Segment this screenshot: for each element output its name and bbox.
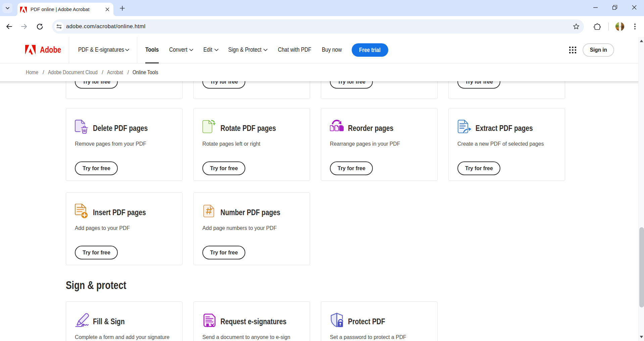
page: Try for freeTry for freeTry for freeTry … (0, 37, 644, 341)
card-description: Set a password to protect a PDF (330, 334, 406, 340)
scroll-down-arrow[interactable] (640, 336, 643, 338)
reload-button[interactable] (32, 19, 46, 34)
tool-card-request-e-signatures: Request e-signaturesSend a document to a… (193, 301, 310, 341)
breadcrumb-separator: / (128, 69, 129, 76)
restore-icon (612, 5, 617, 10)
try-for-free-button[interactable]: Try for free (75, 161, 118, 175)
scrollbar[interactable] (638, 37, 644, 341)
adobe-favicon (20, 7, 27, 13)
browser-toolbar: adobe.com/acrobat/online.html F (0, 16, 644, 37)
tune-icon (56, 24, 62, 29)
breadcrumb-item-online-tools[interactable]: Online Tools (133, 69, 158, 76)
app-menu-pdf-esignatures[interactable]: PDF & E-signatures (78, 37, 129, 63)
address-bar[interactable]: adobe.com/acrobat/online.html (52, 19, 584, 34)
tool-card-insert-pdf-pages: Insert PDF pagesAdd pages to your PDFTry… (66, 192, 183, 265)
try-for-free-button[interactable]: Try for free (202, 161, 245, 175)
profile-avatar[interactable]: F (615, 22, 624, 31)
tool-card-reorder-pages: Reorder pagesRearrange pages in your PDF… (321, 108, 438, 181)
app-grid-icon[interactable] (569, 47, 576, 53)
breadcrumb: Home/Adobe Document Cloud/Acrobat/Online… (26, 63, 158, 82)
tool-card-extract-pdf-pages: Extract PDF pagesCreate a new PDF of sel… (448, 108, 565, 181)
browser-menu-button[interactable] (632, 22, 638, 31)
protect-pdf-icon (330, 313, 345, 328)
scroll-up-arrow[interactable] (640, 40, 643, 42)
site-header: Adobe PDF & E-signatures ToolsConvertEdi… (0, 37, 644, 63)
bookmark-star-button[interactable] (573, 23, 580, 30)
scrollbar-thumb[interactable] (639, 227, 644, 307)
rotate-pdf-icon (202, 119, 217, 134)
tool-card-number-pdf-pages: Number PDF pagesAdd page numbers to your… (193, 192, 310, 265)
nav-item-chat-with-pdf[interactable]: Chat with PDF (278, 37, 311, 63)
extract-pdf-icon (457, 119, 472, 134)
number-pdf-icon (202, 204, 217, 218)
section-heading-sign-protect: Sign & protect (66, 279, 126, 292)
card-title: Request e-signatures (220, 317, 286, 326)
card-title: Reorder pages (348, 124, 393, 133)
extensions-button[interactable] (593, 23, 601, 30)
card-description: Remove pages from your PDF (75, 141, 146, 147)
forward-arrow-icon (20, 23, 28, 30)
site-settings-button[interactable] (54, 22, 64, 31)
url-text[interactable]: adobe.com/acrobat/online.html (66, 19, 146, 34)
card-title: Delete PDF pages (93, 124, 148, 133)
chevron-down-icon (5, 6, 10, 10)
window-minimize-button[interactable] (586, 0, 605, 15)
chevron-down-icon (189, 49, 193, 51)
nav-item-convert[interactable]: Convert (169, 37, 193, 63)
header-divider (137, 37, 137, 63)
browser-tab[interactable]: PDF online | Adobe Acrobat (17, 3, 113, 16)
try-for-free-button[interactable]: Try for free (75, 246, 118, 259)
window-restore-button[interactable] (605, 0, 625, 15)
forward-button[interactable] (17, 19, 31, 34)
tab-close-button[interactable] (104, 6, 111, 13)
tool-card-fill-sign: Fill & SignComplete a form and add your … (66, 301, 183, 341)
tool-card-protect-pdf: Protect PDFSet a password to protect a P… (321, 301, 438, 341)
close-icon (105, 7, 109, 11)
breadcrumb-item-acrobat[interactable]: Acrobat (107, 69, 123, 76)
three-dot-menu-icon (632, 22, 638, 31)
card-title: Fill & Sign (93, 317, 125, 326)
card-description: Complete a form and add your signature (75, 334, 169, 340)
window-close-button[interactable] (625, 0, 644, 15)
card-title: Insert PDF pages (93, 208, 146, 217)
request-esign-icon (202, 313, 217, 328)
insert-pdf-icon (75, 204, 90, 218)
close-icon (632, 5, 637, 10)
nav-item-edit[interactable]: Edit (203, 37, 218, 63)
minimize-icon (593, 5, 598, 10)
window-controls (586, 0, 644, 16)
card-title: Extract PDF pages (476, 124, 533, 133)
free-trial-button[interactable]: Free trial (352, 43, 388, 57)
nav-item-tools[interactable]: Tools (145, 37, 159, 63)
header-shadow (0, 81, 644, 84)
fill-sign-icon (75, 313, 90, 328)
back-button[interactable] (2, 19, 16, 34)
reorder-pages-icon (330, 119, 345, 134)
try-for-free-button[interactable]: Try for free (202, 246, 245, 259)
card-title: Number PDF pages (220, 208, 280, 217)
chevron-down-icon (125, 49, 129, 51)
card-title: Rotate PDF pages (220, 124, 276, 133)
try-for-free-button[interactable]: Try for free (330, 161, 373, 175)
breadcrumb-item-home[interactable]: Home (26, 69, 38, 76)
sign-in-button[interactable]: Sign in (583, 43, 614, 57)
adobe-brand-text[interactable]: Adobe (40, 41, 61, 58)
breadcrumb-item-adobe-document-cloud[interactable]: Adobe Document Cloud (48, 69, 98, 76)
back-arrow-icon (5, 23, 13, 30)
adobe-logo[interactable] (25, 45, 36, 55)
delete-pdf-icon (75, 119, 90, 134)
new-tab-button[interactable] (117, 3, 127, 13)
tab-search-button[interactable] (2, 3, 12, 13)
toolbar-separator (608, 22, 609, 31)
header-divider (69, 37, 69, 63)
nav-item-sign-protect[interactable]: Sign & Protect (228, 37, 267, 63)
try-for-free-button[interactable]: Try for free (457, 161, 500, 175)
star-icon (573, 23, 580, 30)
card-description: Create a new PDF of selected pages (457, 141, 544, 147)
card-description: Rearrange pages in your PDF (330, 141, 400, 147)
nav-buy-now[interactable]: Buy now (322, 37, 342, 63)
chevron-down-icon (214, 49, 218, 51)
card-title: Protect PDF (348, 317, 385, 326)
card-description: Add page numbers to your PDF (202, 225, 277, 231)
tool-card-delete-pdf-pages: Delete PDF pagesRemove pages from your P… (66, 108, 183, 181)
